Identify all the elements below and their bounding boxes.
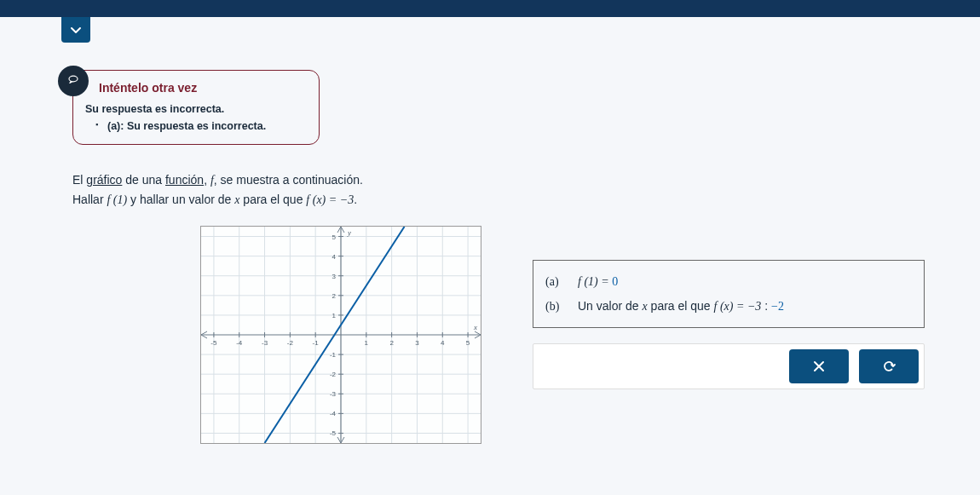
text: , se muestra a continuación.	[214, 173, 363, 187]
text: El	[72, 173, 86, 187]
svg-text:-5: -5	[330, 429, 337, 437]
svg-text:-2: -2	[287, 339, 294, 347]
button-row	[533, 343, 925, 389]
part-b-label: (b)	[545, 295, 566, 319]
function-graph-svg: -5-4-3-2-112345-5-4-3-2-112345yx	[201, 227, 481, 443]
feedback-title: Inténtelo otra vez	[73, 71, 319, 103]
svg-text:5: 5	[466, 339, 470, 347]
text: :	[761, 299, 771, 313]
svg-text:-5: -5	[210, 339, 217, 347]
problem-line-1: El gráfico de una función, f, se muestra…	[72, 170, 980, 190]
clear-button[interactable]	[789, 349, 849, 383]
answer-box: (a) f (1) = 0 (b) Un valor de x para el …	[533, 260, 925, 328]
svg-text:-4: -4	[330, 410, 337, 417]
svg-text:5: 5	[332, 233, 337, 240]
svg-text:2: 2	[332, 292, 337, 300]
reset-button[interactable]	[859, 349, 919, 383]
part-a-label: (a)	[545, 270, 566, 294]
svg-text:2: 2	[389, 339, 394, 347]
problem-statement: El gráfico de una función, f, se muestra…	[72, 170, 980, 210]
text: ,	[204, 173, 210, 187]
feedback-subtitle: Su respuesta es incorrecta.	[73, 103, 319, 120]
svg-text:-2: -2	[330, 371, 337, 378]
text: de una	[122, 173, 165, 187]
answer-a-value[interactable]: 0	[612, 275, 618, 288]
math-fx-b: f (x) = −3	[714, 300, 762, 313]
svg-text:-3: -3	[330, 390, 337, 398]
answer-b-value[interactable]: −2	[771, 300, 784, 313]
link-funcion[interactable]: función	[165, 173, 204, 187]
content-area: Inténtelo otra vez Su respuesta es incor…	[0, 17, 980, 444]
problem-line-2: Hallar f (1) y hallar un valor de x para…	[72, 190, 980, 210]
link-grafico[interactable]: gráfico	[86, 173, 122, 187]
text: .	[354, 193, 357, 206]
svg-text:x: x	[473, 323, 477, 331]
math-expr-a: f (1) =	[578, 275, 612, 288]
svg-text:-4: -4	[236, 339, 243, 347]
svg-text:4: 4	[332, 252, 337, 260]
svg-text:1: 1	[332, 312, 337, 319]
text: para el que	[239, 193, 306, 206]
close-icon	[811, 359, 827, 374]
text: y hallar un valor de	[127, 193, 234, 206]
math-f1: f (1)	[107, 193, 127, 206]
svg-text:-1: -1	[330, 351, 337, 359]
text: Un valor de	[578, 299, 642, 313]
feedback-bullet-a: (a): Su respuesta es incorrecta.	[73, 120, 319, 144]
answers-column: (a) f (1) = 0 (b) Un valor de x para el …	[533, 226, 980, 389]
svg-text:3: 3	[415, 339, 419, 347]
reset-icon	[881, 359, 896, 374]
graph[interactable]: -5-4-3-2-112345-5-4-3-2-112345yx	[200, 226, 481, 444]
speech-bubble-icon	[65, 72, 82, 89]
answer-a-content: f (1) = 0	[578, 269, 618, 294]
math-fx: f (x) = −3	[306, 193, 354, 206]
svg-text:4: 4	[441, 339, 445, 347]
answer-b-content: Un valor de x para el que f (x) = −3 : −…	[578, 294, 784, 319]
answer-row-a: (a) f (1) = 0	[545, 269, 912, 294]
svg-text:-3: -3	[262, 339, 268, 347]
svg-text:1: 1	[365, 339, 369, 347]
answer-row-b: (b) Un valor de x para el que f (x) = −3…	[545, 294, 912, 319]
top-bar	[0, 0, 980, 17]
text: para el que	[648, 299, 714, 313]
work-area: -5-4-3-2-112345-5-4-3-2-112345yx (a) f (…	[72, 226, 980, 444]
svg-text:y: y	[347, 228, 351, 237]
feedback-icon-wrap	[58, 66, 89, 96]
text: Hallar	[72, 193, 107, 206]
feedback-box: Inténtelo otra vez Su respuesta es incor…	[72, 70, 320, 145]
svg-text:-1: -1	[313, 339, 320, 347]
svg-text:3: 3	[332, 273, 337, 280]
